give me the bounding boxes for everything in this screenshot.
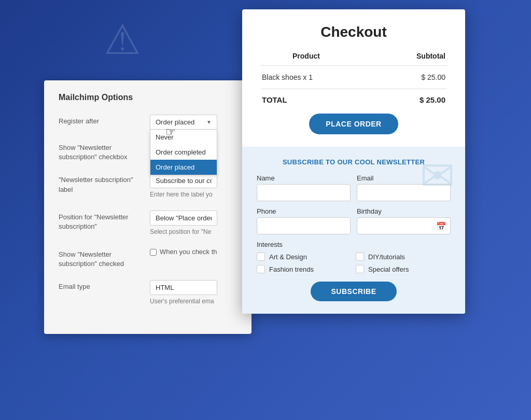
checkout-section: Checkout Product Subtotal Black shoes x … — [242, 9, 465, 147]
birthday-field-group: Birthday 📅 — [357, 207, 451, 234]
product-table-body: Black shoes x 1 $ 25.00 — [261, 66, 446, 89]
checkout-title: Checkout — [261, 24, 446, 40]
subscribe-button[interactable]: SUBSCRIBE — [311, 282, 397, 301]
show-newsletter-checked-control: When you check th — [150, 248, 237, 256]
interest-label-diy: DIY/tutorials — [368, 253, 405, 261]
register-after-dropdown[interactable]: Order placed ▼ Never Order completed Ord… — [150, 115, 237, 130]
checkout-panel: Checkout Product Subtotal Black shoes x … — [242, 9, 465, 314]
newsletter-label-helper: Enter here the label yo — [150, 190, 237, 199]
newsletter-checked-helper: When you check th — [160, 248, 217, 256]
total-label: TOTAL — [262, 90, 352, 104]
dropdown-trigger[interactable]: Order placed ▼ — [150, 115, 217, 130]
position-control: Select position for "Ne — [150, 211, 237, 236]
email-type-control: User's preferential ema — [150, 280, 237, 306]
dropdown-item-order-completed[interactable]: Order completed — [150, 145, 217, 160]
table-row: Black shoes x 1 $ 25.00 — [262, 67, 445, 88]
cursor-pointer-icon: ☞ — [165, 125, 176, 139]
interest-item-diy: DIY/tutorials — [356, 253, 451, 261]
newsletter-bg-decoration: ✉ — [420, 152, 455, 200]
name-input[interactable] — [257, 184, 351, 201]
interest-checkbox-special[interactable] — [356, 265, 364, 273]
interest-label-fashion: Fashion trends — [269, 265, 314, 273]
interest-label-special: Special offers — [368, 265, 409, 273]
interest-checkbox-fashion[interactable] — [257, 265, 265, 273]
position-input[interactable] — [150, 211, 217, 226]
register-after-label: Register after — [59, 115, 142, 126]
newsletter-label-input[interactable] — [150, 173, 217, 188]
newsletter-label-control: Enter here the label yo — [150, 173, 237, 199]
show-newsletter-label: Show "Newsletter subscription" checkbox — [59, 141, 142, 162]
show-newsletter-checked-row: Show "Newsletter subscription" checked W… — [59, 248, 237, 269]
total-value: $ 25.00 — [353, 90, 445, 104]
name-field-group: Name — [257, 174, 351, 201]
position-row: Position for "Newsletter subscription" S… — [59, 211, 237, 236]
interest-item-special: Special offers — [356, 265, 451, 273]
interest-item-fashion: Fashion trends — [257, 265, 352, 273]
product-cell: Black shoes x 1 — [262, 67, 385, 88]
panel-title: Mailchimp Options — [59, 93, 237, 102]
dropdown-item-order-placed[interactable]: Order placed — [150, 160, 217, 175]
checked-checkbox-wrap: When you check th — [150, 248, 237, 256]
total-row: TOTAL $ 25.00 — [262, 90, 445, 104]
place-order-button[interactable]: PLACE ORDER — [309, 114, 398, 134]
interests-section: Interests Art & Design DIY/tutorials Fas… — [257, 241, 451, 273]
subtotal-column-header: Subtotal — [352, 52, 445, 64]
interests-label: Interests — [257, 241, 451, 248]
interest-item-art: Art & Design — [257, 253, 352, 261]
phone-field-group: Phone — [257, 207, 351, 234]
email-type-row: Email type User's preferential ema — [59, 280, 237, 306]
position-label: Position for "Newsletter subscription" — [59, 211, 142, 231]
newsletter-section: ✉ SUBSCRIBE TO OUR COOL NEWSLETTER Name … — [242, 147, 465, 314]
email-type-label: Email type — [59, 280, 142, 291]
email-type-input[interactable] — [150, 280, 217, 295]
email-type-helper: User's preferential ema — [150, 297, 237, 306]
birthday-input[interactable] — [357, 217, 451, 234]
register-after-row: Register after Order placed ▼ Never Orde… — [59, 115, 237, 130]
register-after-control: Order placed ▼ Never Order completed Ord… — [150, 115, 237, 130]
subtotal-cell: $ 25.00 — [386, 67, 445, 88]
newsletter-label-field-label: "Newsletter subscription" label — [59, 173, 142, 194]
newsletter-checked-checkbox[interactable] — [150, 249, 157, 256]
dropdown-menu: Never Order completed Order placed — [150, 130, 217, 175]
name-label: Name — [257, 174, 351, 182]
interest-checkbox-art[interactable] — [257, 253, 265, 261]
dropdown-selected-value: Order placed — [156, 118, 194, 126]
product-table: Product Subtotal — [261, 51, 446, 65]
interest-label-art: Art & Design — [269, 253, 307, 261]
mailchimp-options-panel: Mailchimp Options Register after Order p… — [44, 80, 251, 334]
show-newsletter-checked-label: Show "Newsletter subscription" checked — [59, 248, 142, 269]
dropdown-item-never[interactable]: Never — [150, 130, 217, 145]
birthday-label: Birthday — [357, 207, 451, 215]
interests-grid: Art & Design DIY/tutorials Fashion trend… — [257, 253, 451, 273]
phone-input[interactable] — [257, 217, 351, 234]
warning-bg-icon: ⚠ — [104, 16, 141, 64]
phone-label: Phone — [257, 207, 351, 215]
product-column-header: Product — [262, 52, 351, 64]
birthday-input-wrap: 📅 — [357, 217, 451, 234]
dropdown-arrow-icon: ▼ — [206, 119, 212, 125]
total-table: TOTAL $ 25.00 — [261, 89, 446, 105]
interest-checkbox-diy[interactable] — [356, 253, 364, 261]
position-helper: Select position for "Ne — [150, 228, 237, 236]
newsletter-label-row: "Newsletter subscription" label Enter he… — [59, 173, 237, 199]
